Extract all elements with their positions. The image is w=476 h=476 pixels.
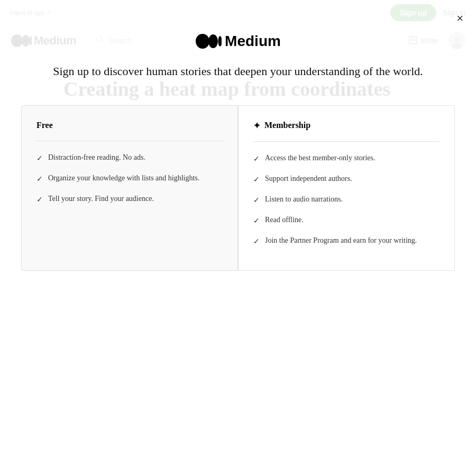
plan-membership-feature-5-text: Join the Partner Program and earn for yo… — [265, 235, 417, 246]
check-icon-m1: ✓ — [253, 153, 260, 164]
plan-free-feature-2-text: Organize your knowledge with lists and h… — [48, 172, 199, 184]
modal-overlay: × Medium Sign up to discover human stori… — [0, 0, 476, 476]
check-icon-m2: ✓ — [253, 174, 260, 185]
check-icon-3: ✓ — [36, 194, 43, 205]
modal-logo: Medium — [195, 32, 281, 51]
modal-logo-text: Medium — [225, 33, 281, 50]
plan-free-feature-1: ✓ Distraction-free reading. No ads. — [36, 152, 223, 164]
membership-star-icon: ✦ — [253, 121, 260, 131]
check-icon-m3: ✓ — [253, 195, 260, 206]
plan-free-feature-2: ✓ Organize your knowledge with lists and… — [36, 172, 223, 185]
plan-membership-feature-5: ✓ Join the Partner Program and earn for … — [253, 235, 440, 247]
svg-point-18 — [196, 34, 209, 49]
plan-membership-feature-3-text: Listen to audio narrations. — [265, 194, 343, 205]
check-icon-m5: ✓ — [253, 236, 260, 247]
check-icon-m4: ✓ — [253, 215, 260, 226]
plan-free-feature-1-text: Distraction-free reading. No ads. — [48, 152, 145, 163]
plan-free: Free ✓ Distraction-free reading. No ads.… — [21, 105, 238, 271]
check-icon-1: ✓ — [36, 153, 43, 164]
check-icon-2: ✓ — [36, 173, 43, 185]
modal-plans: Free ✓ Distraction-free reading. No ads.… — [21, 105, 455, 271]
plan-free-divider — [36, 141, 223, 141]
plan-membership-feature-2-text: Support independent authors. — [265, 173, 352, 184]
svg-point-20 — [218, 36, 222, 47]
svg-point-19 — [208, 34, 218, 48]
plan-free-header: Free — [36, 121, 223, 130]
plan-membership-feature-4: ✓ Read offline. — [253, 214, 440, 226]
plan-free-label: Free — [36, 121, 53, 130]
modal-tagline: Sign up to discover human stories that d… — [53, 63, 423, 80]
plan-free-feature-3-text: Tell your story. Find your audience. — [48, 193, 154, 204]
plan-membership-feature-1: ✓ Access the best member-only stories. — [253, 152, 440, 164]
modal-close-button[interactable]: × — [456, 13, 463, 24]
plan-membership-label: Membership — [264, 121, 310, 130]
plan-membership-feature-2: ✓ Support independent authors. — [253, 173, 440, 185]
plan-membership-feature-3: ✓ Listen to audio narrations. — [253, 194, 440, 206]
plan-membership-header: ✦ Membership — [253, 121, 440, 131]
plan-membership-feature-4-text: Read offline. — [265, 214, 304, 225]
plan-membership-feature-1-text: Access the best member-only stories. — [265, 152, 376, 163]
plan-free-feature-3: ✓ Tell your story. Find your audience. — [36, 193, 223, 205]
plan-membership-divider — [253, 141, 440, 142]
plan-membership: ✦ Membership ✓ Access the best member-on… — [238, 105, 455, 271]
